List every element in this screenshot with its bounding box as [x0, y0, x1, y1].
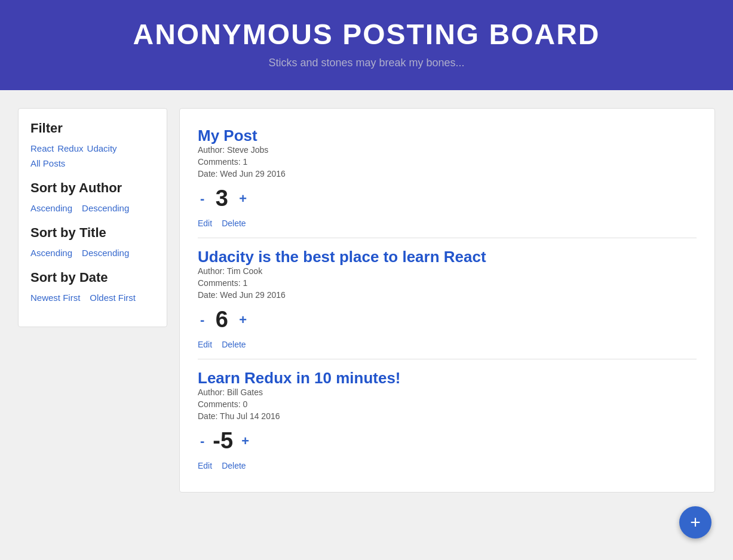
post-item: Learn Redux in 10 minutes! Author: Bill … — [198, 359, 697, 480]
post-comments: Comments: 0 — [198, 399, 697, 409]
post-actions: Edit Delete — [198, 340, 697, 349]
post-comments: Comments: 1 — [198, 278, 697, 288]
post-author: Author: Steve Jobs — [198, 145, 697, 155]
vote-section: - 6 + — [198, 307, 697, 333]
downvote-button[interactable]: - — [198, 433, 207, 449]
sort-title-ascending[interactable]: Ascending — [30, 248, 72, 258]
posts-container: My Post Author: Steve Jobs Comments: 1 D… — [179, 108, 715, 493]
page-subtitle: Sticks and stones may break my bones... — [12, 57, 721, 69]
post-date: Date: Wed Jun 29 2016 — [198, 169, 697, 179]
downvote-button[interactable]: - — [198, 191, 207, 207]
sort-title-links: Ascending Descending — [30, 248, 155, 258]
vote-count: 6 — [213, 307, 231, 333]
sort-date-newest[interactable]: Newest First — [30, 293, 80, 303]
sort-title-descending[interactable]: Descending — [82, 248, 129, 258]
edit-link[interactable]: Edit — [198, 219, 212, 228]
post-title[interactable]: Learn Redux in 10 minutes! — [198, 369, 401, 387]
delete-link[interactable]: Delete — [222, 461, 246, 470]
post-author: Author: Tim Cook — [198, 266, 697, 276]
main-container: Filter React Redux Udacity All Posts Sor… — [0, 90, 733, 510]
post-title[interactable]: My Post — [198, 127, 257, 144]
post-date: Date: Thu Jul 14 2016 — [198, 411, 697, 421]
post-item: Udacity is the best place to learn React… — [198, 238, 697, 359]
edit-link[interactable]: Edit — [198, 461, 212, 470]
filter-udacity[interactable]: Udacity — [87, 143, 117, 153]
upvote-button[interactable]: + — [237, 312, 249, 328]
add-post-button[interactable]: + — [679, 506, 711, 539]
edit-link[interactable]: Edit — [198, 340, 212, 349]
filter-section: Filter React Redux Udacity All Posts — [30, 121, 155, 168]
page-title: ANONYMOUS POSTING BOARD — [12, 18, 721, 51]
filter-links: React Redux Udacity — [30, 143, 155, 153]
sort-by-title-section: Sort by Title Ascending Descending — [30, 225, 155, 258]
sort-date-oldest[interactable]: Oldest First — [90, 293, 136, 303]
sort-author-ascending[interactable]: Ascending — [30, 203, 72, 213]
sidebar: Filter React Redux Udacity All Posts Sor… — [18, 108, 167, 327]
filter-redux[interactable]: Redux — [57, 143, 83, 153]
upvote-button[interactable]: + — [239, 433, 252, 449]
post-actions: Edit Delete — [198, 219, 697, 228]
vote-section: - -5 + — [198, 428, 697, 454]
filter-label: Filter — [30, 121, 155, 136]
filter-react[interactable]: React — [30, 143, 54, 153]
post-date: Date: Wed Jun 29 2016 — [198, 290, 697, 300]
all-posts-link[interactable]: All Posts — [30, 158, 155, 168]
sort-by-date-section: Sort by Date Newest First Oldest First — [30, 270, 155, 303]
sort-author-label: Sort by Author — [30, 180, 155, 196]
page-header: ANONYMOUS POSTING BOARD Sticks and stone… — [0, 0, 733, 90]
downvote-button[interactable]: - — [198, 312, 207, 328]
post-actions: Edit Delete — [198, 461, 697, 470]
post-comments: Comments: 1 — [198, 157, 697, 167]
post-title[interactable]: Udacity is the best place to learn React — [198, 248, 486, 266]
vote-count: -5 — [213, 428, 233, 454]
sort-by-author-section: Sort by Author Ascending Descending — [30, 180, 155, 213]
sort-date-label: Sort by Date — [30, 270, 155, 285]
vote-section: - 3 + — [198, 186, 697, 211]
delete-link[interactable]: Delete — [222, 219, 246, 228]
sort-author-descending[interactable]: Descending — [82, 203, 129, 213]
post-author: Author: Bill Gates — [198, 387, 697, 397]
sort-title-label: Sort by Title — [30, 225, 155, 241]
delete-link[interactable]: Delete — [222, 340, 246, 349]
sort-date-links: Newest First Oldest First — [30, 293, 155, 303]
upvote-button[interactable]: + — [237, 191, 249, 207]
vote-count: 3 — [213, 186, 231, 211]
sort-author-links: Ascending Descending — [30, 203, 155, 213]
post-item: My Post Author: Steve Jobs Comments: 1 D… — [198, 121, 697, 238]
